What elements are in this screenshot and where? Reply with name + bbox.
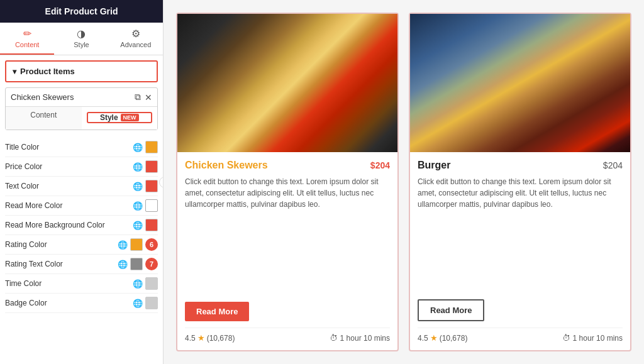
cs-tab-style[interactable]: Style NEW: [82, 107, 158, 130]
badge-color-controls: 🌐: [133, 297, 158, 309]
rating-count-skewers: (10,678): [207, 334, 235, 343]
product-desc-skewers: Click edit button to change this text. L…: [185, 176, 390, 295]
copy-icon[interactable]: ⧉: [135, 92, 141, 102]
product-image-skewers: [177, 14, 397, 152]
readmore-color-globe-icon[interactable]: 🌐: [133, 201, 143, 211]
style-options: Title Color 🌐 Price Color 🌐 Text Color 🌐: [0, 135, 163, 364]
item-box: Chicken Skewers ⧉ ✕ Content Style NEW: [5, 87, 158, 130]
item-box-header: Chicken Skewers ⧉ ✕: [6, 88, 157, 106]
rating-color-label: Rating Color: [5, 240, 118, 249]
cs-tab-content[interactable]: Content: [6, 107, 82, 130]
time-area-skewers: ⏱ 1 hour 10 mins: [330, 333, 390, 343]
time-color-label: Time Color: [5, 279, 133, 288]
time-area-burger: ⏱ 1 hour 10 mins: [562, 333, 623, 343]
rating-area-burger: 4.5 ★ (10,678): [418, 333, 467, 343]
product-footer-burger: 4.5 ★ (10,678) ⏱ 1 hour 10 mins: [418, 328, 623, 343]
tab-advanced-label: Advanced: [120, 41, 151, 48]
close-icon[interactable]: ✕: [145, 92, 152, 102]
rating-count-burger: (10,678): [440, 334, 468, 343]
time-color-swatch[interactable]: [145, 277, 158, 290]
readmore-color-label: Read More Color: [5, 201, 133, 210]
readmore-color-controls: 🌐: [133, 199, 158, 212]
time-text-skewers: 1 hour 10 mins: [340, 334, 390, 343]
panel-header: Edit Product Grid: [0, 0, 163, 23]
price-color-globe-icon[interactable]: 🌐: [133, 162, 143, 172]
rating-value-skewers: 4.5: [185, 334, 196, 343]
time-color-controls: 🌐: [133, 277, 158, 290]
left-panel: Edit Product Grid ✏ Content ◑ Style ⚙ Ad…: [0, 0, 164, 364]
tab-content[interactable]: ✏ Content: [0, 23, 54, 55]
content-style-tabs: Content Style NEW: [6, 106, 157, 130]
text-color-controls: 🌐: [133, 180, 158, 192]
advanced-icon: ⚙: [131, 28, 140, 40]
product-card-chicken-skewers: Chicken Skewers $204 Click edit button t…: [176, 13, 399, 351]
cs-style-label: Style: [100, 113, 118, 122]
tab-style[interactable]: ◑ Style: [54, 23, 108, 55]
read-more-button-skewers[interactable]: Read More: [185, 302, 249, 321]
cs-tab-style-inner: Style NEW: [87, 112, 153, 123]
readmore-bg-swatch[interactable]: [145, 219, 158, 231]
style-row-badge-color: Badge Color 🌐: [5, 294, 158, 313]
rating-text-globe-icon[interactable]: 🌐: [118, 260, 128, 269]
price-color-swatch[interactable]: [145, 160, 158, 173]
product-title-row-skewers: Chicken Skewers $204: [185, 160, 390, 171]
product-title-skewers: Chicken Skewers: [185, 160, 268, 171]
cs-content-label: Content: [30, 111, 57, 119]
star-icon-skewers: ★: [197, 333, 205, 343]
clock-icon-skewers: ⏱: [330, 333, 338, 343]
title-color-globe-icon[interactable]: 🌐: [133, 143, 143, 152]
tab-advanced[interactable]: ⚙ Advanced: [109, 23, 163, 55]
main-tabs: ✏ Content ◑ Style ⚙ Advanced: [0, 23, 163, 55]
time-text-burger: 1 hour 10 mins: [573, 334, 623, 343]
badge-6: 6: [145, 238, 158, 251]
read-more-button-burger[interactable]: Read More: [418, 299, 484, 321]
clock-icon-burger: ⏱: [562, 333, 570, 343]
text-color-swatch[interactable]: [145, 180, 158, 192]
rating-color-swatch[interactable]: [130, 238, 143, 251]
product-image-burger: [410, 14, 630, 152]
title-color-label: Title Color: [5, 143, 133, 152]
product-items-section[interactable]: ▾ Product Items: [5, 60, 158, 82]
badge-color-label: Badge Color: [5, 299, 133, 307]
title-color-swatch[interactable]: [145, 141, 158, 153]
products-grid: Chicken Skewers $204 Click edit button t…: [176, 13, 631, 351]
product-desc-burger: Click edit button to change this text. L…: [418, 176, 623, 293]
badge-7: 7: [145, 258, 158, 270]
badge-color-swatch[interactable]: [145, 297, 158, 309]
item-name: Chicken Skewers: [11, 92, 74, 102]
product-price-skewers: $204: [370, 160, 390, 170]
panel-title: Edit Product Grid: [45, 6, 118, 16]
style-row-price-color: Price Color 🌐: [5, 157, 158, 177]
star-icon-burger: ★: [430, 333, 438, 343]
rating-color-controls: 🌐 6: [118, 238, 158, 251]
style-row-title-color: Title Color 🌐: [5, 138, 158, 157]
chevron-down-icon: ▾: [13, 67, 16, 76]
style-row-text-color: Text Color 🌐: [5, 177, 158, 196]
section-title: Product Items: [20, 67, 75, 76]
style-row-rating-color: Rating Color 🌐 6: [5, 235, 158, 255]
readmore-color-swatch[interactable]: [145, 199, 158, 212]
new-badge: NEW: [121, 114, 139, 121]
style-row-rating-text: Rating Text Color 🌐 7: [5, 255, 158, 274]
product-info-burger: Burger $204 Click edit button to change …: [410, 152, 630, 350]
title-color-controls: 🌐: [133, 141, 158, 153]
readmore-bg-globe-icon[interactable]: 🌐: [133, 221, 143, 230]
price-color-label: Price Color: [5, 162, 133, 171]
rating-text-swatch[interactable]: [130, 258, 143, 270]
rating-area-skewers: 4.5 ★ (10,678): [185, 333, 235, 343]
rating-text-controls: 🌐 7: [118, 258, 158, 270]
text-color-globe-icon[interactable]: 🌐: [133, 182, 143, 191]
rating-color-globe-icon[interactable]: 🌐: [118, 240, 128, 250]
style-row-readmore-color: Read More Color 🌐: [5, 196, 158, 216]
style-row-time-color: Time Color 🌐: [5, 274, 158, 294]
product-title-row-burger: Burger $204: [418, 160, 623, 171]
main-area: Chicken Skewers $204 Click edit button t…: [164, 0, 644, 364]
product-info-skewers: Chicken Skewers $204 Click edit button t…: [177, 152, 397, 350]
product-title-burger: Burger: [418, 160, 450, 171]
badge-color-globe-icon[interactable]: 🌐: [133, 299, 143, 308]
product-card-burger: Burger $204 Click edit button to change …: [409, 13, 631, 351]
tab-style-label: Style: [74, 41, 89, 48]
item-box-icons: ⧉ ✕: [135, 92, 152, 102]
readmore-bg-controls: 🌐: [133, 219, 158, 231]
time-color-globe-icon[interactable]: 🌐: [133, 279, 143, 289]
